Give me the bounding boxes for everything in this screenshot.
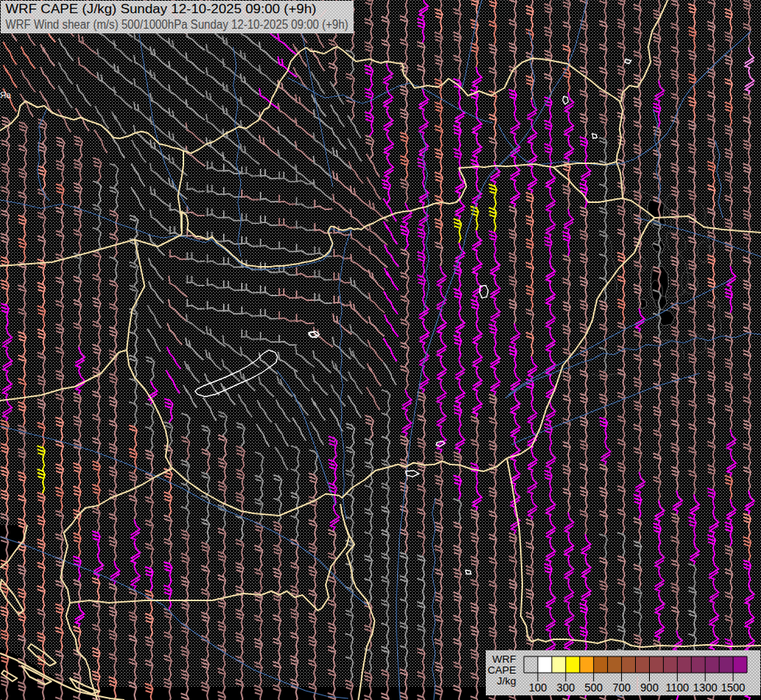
svg-text:CAPE: CAPE — [487, 664, 516, 676]
svg-text:WRF CAPE (J/kg) Sunday 12-10-2: WRF CAPE (J/kg) Sunday 12-10-2025 09:00 … — [5, 2, 316, 16]
svg-text:WRF: WRF — [492, 653, 516, 665]
svg-text:300: 300 — [557, 681, 575, 694]
svg-text:700: 700 — [613, 681, 631, 694]
svg-text:WRF Wind shear (m/s) 500/1000h: WRF Wind shear (m/s) 500/1000hPa Sunday … — [5, 18, 348, 31]
svg-text:1300: 1300 — [693, 681, 717, 694]
svg-text:1500: 1500 — [721, 681, 745, 694]
svg-text:500: 500 — [585, 681, 603, 694]
svg-text:Яa: Яa — [0, 90, 12, 100]
svg-text:J/kg: J/kg — [497, 675, 516, 687]
svg-text:900: 900 — [641, 681, 659, 694]
svg-text:100: 100 — [529, 681, 547, 694]
svg-text:1100: 1100 — [665, 681, 689, 694]
